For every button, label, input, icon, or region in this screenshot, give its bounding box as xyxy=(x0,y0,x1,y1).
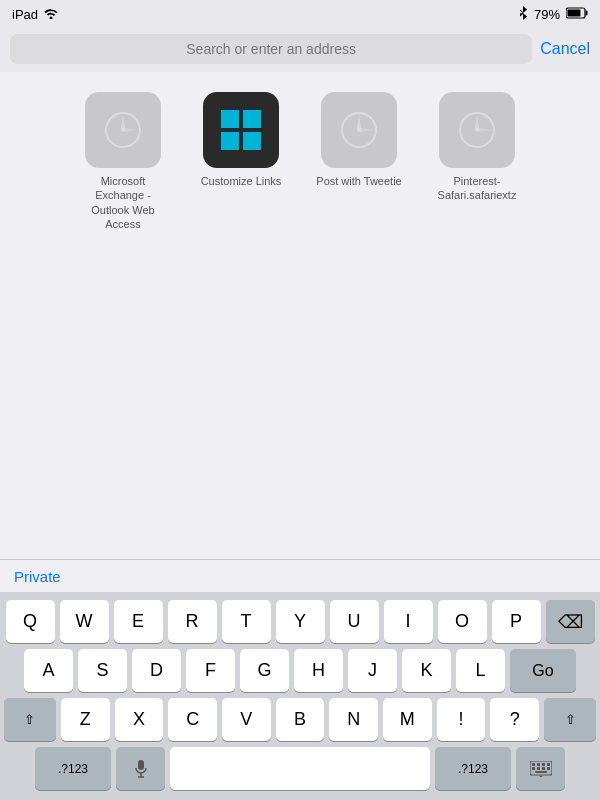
bluetooth-icon xyxy=(518,5,528,24)
key-r[interactable]: R xyxy=(168,600,217,643)
key-u[interactable]: U xyxy=(330,600,379,643)
main-content: Cancel Microsoft Exchange - Outlook Web … xyxy=(0,28,600,800)
bookmark-item-pinterest[interactable]: Pinterest-Safari.safariextz xyxy=(427,92,527,262)
key-delete[interactable]: ⌫ xyxy=(546,600,595,643)
device-label: iPad xyxy=(12,7,38,22)
key-o[interactable]: O xyxy=(438,600,487,643)
svg-rect-17 xyxy=(532,763,535,766)
key-q[interactable]: Q xyxy=(6,600,55,643)
key-shift-right[interactable]: ⇧ xyxy=(544,698,596,741)
status-bar: iPad 79% xyxy=(0,0,600,28)
battery-icon xyxy=(566,7,588,22)
bookmark-label-exchange: Microsoft Exchange - Outlook Web Access xyxy=(78,174,168,231)
key-f[interactable]: F xyxy=(186,649,235,692)
key-h[interactable]: H xyxy=(294,649,343,692)
bookmark-item-tweetie[interactable]: Post with Tweetie xyxy=(309,92,409,262)
address-bar[interactable] xyxy=(10,34,532,64)
svg-rect-21 xyxy=(532,767,535,770)
key-y[interactable]: Y xyxy=(276,600,325,643)
key-l[interactable]: L xyxy=(456,649,505,692)
bookmark-icon-customize xyxy=(203,92,279,168)
svg-rect-24 xyxy=(547,767,550,770)
private-label: Private xyxy=(14,568,61,585)
key-n[interactable]: N xyxy=(329,698,378,741)
key-numbers-right[interactable]: .?123 xyxy=(435,747,511,790)
svg-rect-25 xyxy=(535,771,547,773)
key-numbers-left[interactable]: .?123 xyxy=(35,747,111,790)
bookmark-item[interactable]: Microsoft Exchange - Outlook Web Access xyxy=(73,92,173,262)
key-k[interactable]: K xyxy=(402,649,451,692)
address-bar-container: Cancel xyxy=(0,28,600,72)
cancel-button[interactable]: Cancel xyxy=(540,40,590,58)
status-right: 79% xyxy=(518,5,588,24)
key-go[interactable]: Go xyxy=(510,649,576,692)
private-bar: Private xyxy=(0,559,600,592)
keyboard-row-4: .?123 .?123 xyxy=(4,747,596,790)
bookmark-icon-exchange xyxy=(85,92,161,168)
key-mic[interactable] xyxy=(116,747,165,790)
svg-rect-7 xyxy=(221,132,239,150)
svg-rect-20 xyxy=(547,763,550,766)
svg-rect-19 xyxy=(542,763,545,766)
key-a[interactable]: A xyxy=(24,649,73,692)
keyboard-row-2: A S D F G H J K L Go xyxy=(4,649,596,692)
key-j[interactable]: J xyxy=(348,649,397,692)
svg-rect-2 xyxy=(568,9,581,16)
key-m[interactable]: M xyxy=(383,698,432,741)
bookmark-icon-pinterest xyxy=(439,92,515,168)
key-exclamation[interactable]: ! xyxy=(437,698,486,741)
keyboard-row-1: Q W E R T Y U I O P ⌫ xyxy=(4,600,596,643)
svg-rect-18 xyxy=(537,763,540,766)
bookmark-icon-tweetie xyxy=(321,92,397,168)
key-keyboard[interactable] xyxy=(516,747,565,790)
key-e[interactable]: E xyxy=(114,600,163,643)
mic-icon xyxy=(134,760,148,778)
key-w[interactable]: W xyxy=(60,600,109,643)
bookmark-label-customize: Customize Links xyxy=(201,174,282,188)
svg-rect-13 xyxy=(138,760,144,770)
key-space[interactable] xyxy=(170,747,430,790)
key-shift-left[interactable]: ⇧ xyxy=(4,698,56,741)
bookmark-item-customize[interactable]: Customize Links xyxy=(191,92,291,262)
key-p[interactable]: P xyxy=(492,600,541,643)
key-c[interactable]: C xyxy=(168,698,217,741)
keyboard: Q W E R T Y U I O P ⌫ A S D F G H J K L … xyxy=(0,592,600,800)
key-b[interactable]: B xyxy=(276,698,325,741)
address-input[interactable] xyxy=(10,41,532,57)
key-question[interactable]: ? xyxy=(490,698,539,741)
svg-rect-22 xyxy=(537,767,540,770)
key-i[interactable]: I xyxy=(384,600,433,643)
svg-rect-5 xyxy=(221,110,239,128)
bookmark-label-tweetie: Post with Tweetie xyxy=(316,174,401,188)
svg-rect-1 xyxy=(586,10,588,15)
key-t[interactable]: T xyxy=(222,600,271,643)
wifi-icon xyxy=(43,7,59,22)
key-d[interactable]: D xyxy=(132,649,181,692)
keyboard-row-3: ⇧ Z X C V B N M ! ? ⇧ xyxy=(4,698,596,741)
key-x[interactable]: X xyxy=(115,698,164,741)
key-z[interactable]: Z xyxy=(61,698,110,741)
svg-rect-23 xyxy=(542,767,545,770)
bookmark-label-pinterest: Pinterest-Safari.safariextz xyxy=(432,174,522,203)
keyboard-icon xyxy=(530,761,552,777)
svg-rect-6 xyxy=(243,110,261,128)
key-v[interactable]: V xyxy=(222,698,271,741)
empty-space xyxy=(0,272,600,559)
key-g[interactable]: G xyxy=(240,649,289,692)
bookmarks-area: Microsoft Exchange - Outlook Web Access … xyxy=(0,72,600,272)
key-s[interactable]: S xyxy=(78,649,127,692)
battery-label: 79% xyxy=(534,7,560,22)
svg-rect-8 xyxy=(243,132,261,150)
status-left: iPad xyxy=(12,7,59,22)
